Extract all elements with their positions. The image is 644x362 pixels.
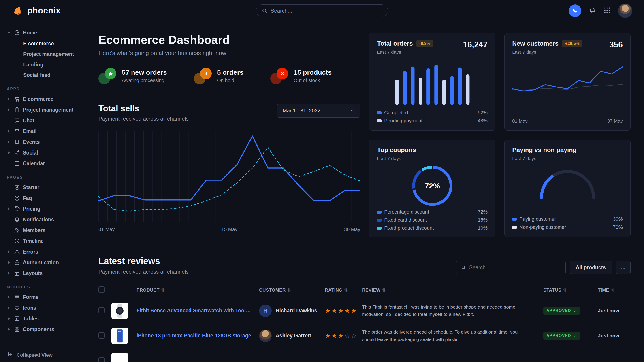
new-customers-x-labels: 01 May 07 May	[512, 118, 623, 124]
star-icon	[338, 333, 344, 339]
customer-cell[interactable]: Ashley Garrett	[259, 330, 325, 342]
sidebar-item-components[interactable]: Components	[4, 324, 80, 335]
sidebar-item-events[interactable]: Events	[4, 137, 80, 147]
legend-label: Completed	[384, 110, 408, 116]
forms-icon	[14, 294, 20, 300]
legend-swatch	[377, 227, 382, 230]
sidebar-item-email[interactable]: Email	[4, 126, 80, 137]
bookmark-icon	[14, 139, 20, 145]
page-title: Ecommerce Dashboard	[98, 33, 360, 46]
brand-name: phoenix	[27, 6, 61, 15]
star-icon	[351, 333, 357, 339]
star-icon	[325, 333, 331, 339]
more-options-button[interactable]: ...	[616, 261, 630, 274]
sort-icon: ⇅	[563, 288, 567, 293]
caret-right-icon	[7, 295, 11, 299]
product-image[interactable]	[112, 328, 128, 344]
compass-icon	[14, 184, 20, 191]
sidebar-item-tables[interactable]: Tables	[4, 313, 80, 324]
legend-value: 18%	[478, 217, 488, 223]
product-image[interactable]	[112, 303, 128, 319]
reviews-table: PRODUCT⇅CUSTOMER⇅RATING⇅REVIEW⇅STATUS⇅TI…	[98, 282, 630, 362]
sidebar-item-layouts[interactable]: Layouts	[4, 268, 80, 279]
customer-name: Ashley Garrett	[276, 333, 311, 339]
legend-swatch	[377, 219, 382, 222]
sidebar-item-faq[interactable]: Faq	[4, 193, 80, 203]
clock-icon	[14, 238, 20, 244]
star-icon	[332, 308, 337, 314]
moon-icon	[572, 7, 578, 14]
collapsed-view-toggle[interactable]: Collapsed View	[0, 348, 85, 362]
date-range-select[interactable]: Mar 1 - 31, 2022	[277, 104, 360, 118]
star-stat-icon	[98, 68, 116, 84]
user-avatar[interactable]	[618, 3, 632, 18]
apps-grid-icon	[603, 6, 611, 15]
table-icon	[14, 316, 20, 322]
sidebar-item-icons[interactable]: Icons	[4, 303, 80, 313]
stat-caption: On hold	[217, 78, 244, 83]
column-header-review[interactable]: REVIEW⇅	[362, 288, 543, 293]
sidebar-item-project-management[interactable]: Project management	[23, 49, 80, 59]
customer-avatar	[259, 330, 272, 342]
sidebar-item-timeline[interactable]: Timeline	[4, 236, 80, 246]
theme-toggle-button[interactable]	[569, 4, 581, 17]
column-header-time[interactable]: TIME⇅	[598, 288, 630, 293]
sidebar-item-forms[interactable]: Forms	[4, 292, 80, 303]
global-search[interactable]	[256, 4, 388, 17]
caret-right-icon	[7, 107, 11, 112]
apps-menu-button[interactable]	[603, 6, 611, 15]
star-icon	[344, 308, 350, 314]
sidebar-item-social[interactable]: Social	[4, 147, 80, 158]
all-products-button[interactable]: All products	[570, 261, 612, 274]
sidebar-item-starter[interactable]: Starter	[4, 182, 80, 193]
sidebar-item-chat[interactable]: Chat	[4, 115, 80, 126]
stat-value: 5 orders	[217, 69, 244, 76]
sidebar-section-title: PAGES	[7, 175, 78, 180]
column-header-rating[interactable]: RATING⇅	[325, 288, 362, 293]
sidebar-item-home[interactable]: Home	[4, 27, 80, 38]
sidebar-item-project-management[interactable]: Project management	[4, 104, 80, 115]
brand[interactable]: phoenix	[12, 5, 61, 17]
row-checkbox[interactable]	[98, 357, 105, 362]
sort-icon: ⇅	[161, 288, 165, 293]
sidebar-item-errors[interactable]: Errors	[4, 246, 80, 257]
review-row: iPhone 13 pro max-Pacific Blue-128GB sto…	[98, 323, 630, 348]
row-checkbox[interactable]	[98, 332, 105, 339]
legend-value: 70%	[613, 224, 623, 230]
total-orders-legend: Completed52%Pending payment48%	[377, 110, 488, 124]
product-image[interactable]	[112, 353, 128, 362]
sidebar-item-e-commerce[interactable]: E commerce	[23, 38, 80, 49]
product-link[interactable]: Fitbit Sense Advanced Smartwatch with To…	[136, 308, 259, 314]
legend-item-non-paying-customer: Non-paying customer70%	[512, 224, 623, 230]
column-header-customer[interactable]: CUSTOMER⇅	[259, 288, 325, 293]
search-input[interactable]	[270, 7, 382, 14]
customer-name: Richard Dawkins	[276, 308, 317, 314]
notifications-button[interactable]	[588, 6, 596, 15]
product-link[interactable]: iPhone 13 pro max-Pacific Blue-128GB sto…	[136, 333, 259, 339]
sidebar-item-landing[interactable]: Landing	[23, 59, 80, 70]
caret-right-icon	[7, 97, 11, 101]
review-row	[98, 348, 630, 362]
sidebar-item-members[interactable]: Members	[4, 225, 80, 236]
sidebar-item-notifications[interactable]: Notifications	[4, 214, 80, 225]
mail-icon	[14, 128, 20, 134]
chat-icon	[14, 117, 20, 124]
customer-cell[interactable]: RRichard Dawkins	[259, 305, 325, 317]
search-icon	[461, 265, 466, 270]
reviews-search-input[interactable]	[469, 265, 561, 271]
sidebar-item-authentication[interactable]: Authentication	[4, 257, 80, 268]
review-text: The order was delivered ahead of schedul…	[362, 329, 543, 343]
reviews-search[interactable]	[456, 261, 566, 274]
stats-row: 57 new ordersAwating processing5 ordersO…	[98, 68, 360, 94]
select-all-checkbox[interactable]	[98, 286, 105, 293]
time-cell: Just now	[598, 308, 630, 314]
topbar-actions	[569, 3, 632, 18]
sidebar-item-pricing[interactable]: Pricing	[4, 203, 80, 214]
sidebar-item-social-feed[interactable]: Social feed	[23, 70, 80, 80]
column-header-product[interactable]: PRODUCT⇅	[136, 288, 259, 293]
sidebar-item-calendar[interactable]: Calendar	[4, 158, 80, 169]
sidebar-item-e-commerce[interactable]: E commerce	[4, 94, 80, 104]
column-header-status[interactable]: STATUS⇅	[543, 288, 598, 293]
row-checkbox[interactable]	[98, 307, 105, 314]
legend-item-completed: Completed52%	[377, 110, 488, 116]
